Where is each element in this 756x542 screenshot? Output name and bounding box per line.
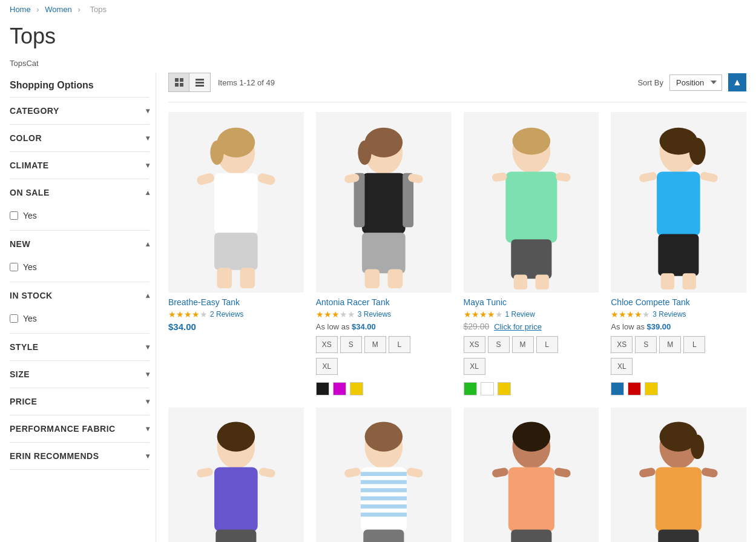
product-image-antonia-racer-tank[interactable]: [316, 112, 452, 292]
color-swatch-yellow[interactable]: [645, 382, 658, 395]
star-5: ★: [495, 309, 503, 319]
price-old: $29.00: [464, 322, 490, 331]
product-name-maya-tunic[interactable]: Maya Tunic: [464, 297, 599, 307]
color-swatch-purple[interactable]: [333, 382, 346, 395]
filter-on-sale-body: Yes: [10, 206, 150, 230]
color-swatch-green[interactable]: [464, 382, 477, 395]
product-image-svg: [611, 112, 746, 292]
filter-climate-header[interactable]: CLIMATE: [10, 152, 150, 179]
size-m[interactable]: M: [364, 336, 386, 353]
size-options-chloe-compete-tank: XS S M L: [611, 336, 746, 353]
svg-point-31: [512, 128, 550, 155]
size-xl[interactable]: XL: [316, 358, 338, 375]
on-sale-yes-option[interactable]: Yes: [10, 208, 150, 223]
product-image-svg: [316, 112, 452, 292]
new-yes-option[interactable]: Yes: [10, 260, 150, 274]
filter-erin-recommends-header[interactable]: ERIN RECOMMENDS: [10, 443, 150, 469]
svg-rect-6: [196, 85, 204, 87]
filter-in-stock-label: IN STOCK: [10, 291, 53, 300]
filter-price-header[interactable]: PRICE: [10, 388, 150, 415]
color-swatch-red[interactable]: [628, 382, 641, 395]
review-count-chloe-compete-tank[interactable]: 3 Reviews: [652, 310, 686, 319]
filter-performance-fabric-header[interactable]: PERFORMANCE FABRIC: [10, 415, 150, 442]
filter-color-header[interactable]: COLOR: [10, 125, 150, 151]
on-sale-yes-checkbox[interactable]: [10, 211, 18, 220]
size-m[interactable]: M: [512, 336, 534, 353]
product-image-chloe-compete-tank[interactable]: [611, 112, 746, 292]
review-count-breathe-easy-tank[interactable]: 2 Reviews: [210, 310, 243, 319]
product-image-5[interactable]: [168, 408, 304, 542]
product-image-maya-tunic[interactable]: [464, 112, 599, 292]
svg-rect-35: [511, 239, 551, 279]
size-m[interactable]: M: [659, 336, 681, 353]
review-count-maya-tunic[interactable]: 1 Review: [505, 310, 535, 319]
size-xl[interactable]: XL: [611, 358, 633, 375]
star-3: ★: [184, 309, 192, 319]
filter-price: PRICE: [10, 388, 150, 415]
filter-style-header[interactable]: STYLE: [10, 334, 150, 360]
svg-rect-26: [362, 233, 406, 273]
svg-rect-11: [214, 173, 258, 234]
filter-on-sale-header[interactable]: ON SALE: [10, 179, 150, 206]
chevron-down-icon: [146, 107, 150, 115]
breadcrumb-women[interactable]: Women: [45, 5, 72, 14]
color-swatch-yellow[interactable]: [350, 382, 363, 395]
size-xs[interactable]: XS: [464, 336, 485, 353]
breadcrumb-tops: Tops: [90, 5, 106, 14]
size-s[interactable]: S: [488, 336, 510, 353]
product-card: [168, 408, 304, 542]
chevron-down-icon: [146, 161, 150, 170]
size-l[interactable]: L: [683, 336, 705, 353]
in-stock-yes-option[interactable]: Yes: [10, 311, 150, 326]
svg-rect-4: [196, 79, 204, 81]
grid-view-button[interactable]: [169, 73, 189, 91]
color-swatch-blue[interactable]: [611, 382, 624, 395]
on-sale-yes-label: Yes: [23, 211, 37, 220]
color-swatch-yellow[interactable]: [498, 382, 511, 395]
shopping-options-title: Shopping Options: [10, 73, 150, 97]
product-image-7[interactable]: [464, 408, 599, 542]
filter-size-header[interactable]: SIZE: [10, 361, 150, 388]
filter-climate-label: CLIMATE: [10, 160, 49, 170]
product-image-8[interactable]: [611, 408, 746, 542]
in-stock-yes-checkbox[interactable]: [10, 314, 18, 323]
star-2: ★: [619, 309, 626, 319]
product-image-breathe-easy-tank[interactable]: [168, 112, 304, 292]
product-name-breathe-easy-tank[interactable]: Breathe-Easy Tank: [168, 297, 304, 307]
items-count: Items 1-12 of 49: [218, 78, 275, 87]
filter-in-stock-header[interactable]: IN STOCK: [10, 282, 150, 309]
svg-rect-66: [361, 513, 407, 517]
filter-category-header[interactable]: CATEGORY: [10, 97, 150, 124]
size-s[interactable]: S: [635, 336, 657, 353]
size-l[interactable]: L: [389, 336, 410, 353]
sort-select[interactable]: Position Name Price: [669, 74, 722, 91]
svg-rect-1: [180, 78, 183, 82]
size-xs[interactable]: XS: [611, 336, 633, 353]
svg-rect-51: [214, 468, 258, 532]
color-swatch-black[interactable]: [316, 382, 329, 395]
size-l[interactable]: L: [536, 336, 558, 353]
product-name-chloe-compete-tank[interactable]: Chloe Compete Tank: [611, 297, 746, 307]
svg-point-41: [689, 138, 706, 165]
page-title: Tops: [10, 24, 746, 49]
filter-new: NEW Yes: [10, 231, 150, 282]
breadcrumb-home[interactable]: Home: [10, 5, 31, 14]
product-image-6[interactable]: [316, 408, 452, 542]
size-xl[interactable]: XL: [464, 358, 485, 375]
new-yes-checkbox[interactable]: [10, 263, 18, 271]
review-count-antonia-racer-tank[interactable]: 3 Reviews: [358, 310, 391, 319]
size-s[interactable]: S: [340, 336, 362, 353]
svg-rect-28: [387, 269, 403, 288]
filter-new-header[interactable]: NEW: [10, 231, 150, 257]
sort-asc-button[interactable]: ▲: [728, 73, 746, 91]
click-for-price[interactable]: Click for price: [494, 322, 542, 331]
view-toggles: [168, 73, 211, 92]
star-4: ★: [487, 309, 495, 319]
product-name-antonia-racer-tank[interactable]: Antonia Racer Tank: [316, 297, 452, 307]
svg-rect-46: [661, 273, 674, 289]
price-as-low: As low as $34.00: [316, 322, 376, 331]
price-maya-tunic: $29.00 Click for price: [464, 322, 599, 331]
size-xs[interactable]: XS: [316, 336, 338, 353]
list-view-button[interactable]: [189, 73, 210, 91]
color-swatch-white[interactable]: [481, 382, 494, 395]
